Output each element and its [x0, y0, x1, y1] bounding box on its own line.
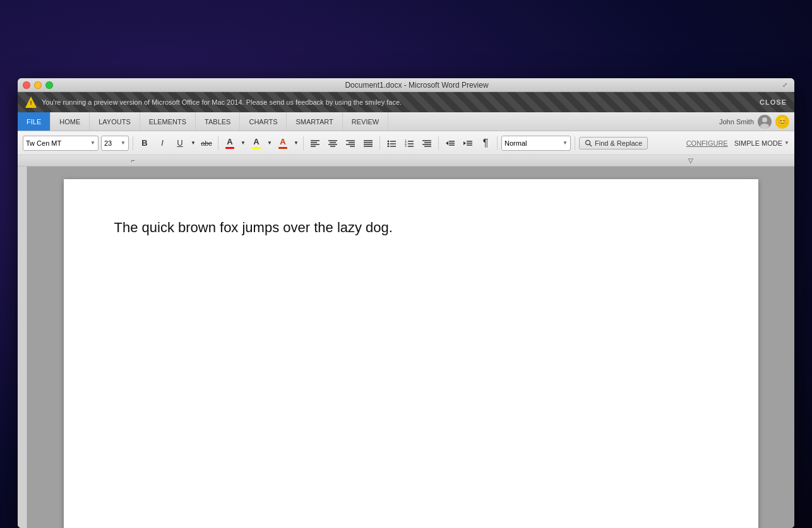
font-name-select[interactable]: Tw Cen MT ▼ [23, 136, 99, 151]
strikethrough-button[interactable]: abc [199, 136, 214, 151]
para-style-value: Normal [505, 139, 527, 147]
tab-smartart[interactable]: SMARTART [287, 112, 342, 131]
font-size-select[interactable]: 23 ▼ [101, 136, 129, 151]
simple-mode-button[interactable]: SIMPLE MODE ▼ [734, 139, 789, 147]
align-justify-button[interactable] [361, 136, 376, 151]
warning-icon [25, 97, 37, 108]
smiley-button[interactable]: 😊 [775, 115, 789, 129]
highlight-color-bar [252, 147, 261, 149]
tab-review[interactable]: REVIEW [343, 112, 388, 131]
minimize-button[interactable] [34, 81, 42, 89]
sep-6 [497, 136, 498, 150]
align-justify-icon [364, 139, 373, 147]
text-color-label: A [280, 137, 285, 146]
align-right-icon [346, 139, 355, 147]
font-size-value: 23 [104, 139, 112, 147]
window-title: Document1.docx - Microsoft Word Preview [53, 81, 780, 90]
align-right-button[interactable] [343, 136, 358, 151]
underline-button[interactable]: U [172, 136, 188, 151]
tab-file[interactable]: FILE [18, 112, 51, 131]
svg-marker-38 [463, 141, 466, 145]
tab-charts[interactable]: CHARTS [240, 112, 287, 131]
sep-2 [218, 136, 218, 150]
left-ruler [18, 167, 27, 528]
font-color-dropdown[interactable]: ▼ [240, 136, 246, 151]
font-color-label: A [227, 137, 232, 146]
close-button[interactable] [23, 81, 30, 89]
svg-text:3.: 3. [405, 144, 407, 147]
text-color-button[interactable]: A [275, 136, 290, 151]
italic-button[interactable]: I [155, 136, 170, 151]
svg-point-22 [388, 145, 390, 147]
svg-line-43 [590, 144, 592, 146]
menu-tabs: FILE HOME LAYOUTS ELEMENTS TABLES CHARTS… [18, 112, 714, 131]
user-name: John Smith [719, 118, 754, 126]
indent-decrease-button[interactable] [443, 136, 458, 151]
text-color-bar [278, 147, 287, 149]
maximize-button[interactable] [45, 81, 53, 89]
font-color-button[interactable]: A [222, 136, 237, 151]
tab-tables[interactable]: TABLES [196, 112, 240, 131]
bullet-list-icon [387, 139, 396, 147]
content-area: The quick brown fox jumps over the lazy … [18, 167, 794, 528]
underline-label: U [177, 138, 182, 148]
find-replace-label: Find & Replace [595, 139, 642, 147]
document-page[interactable]: The quick brown fox jumps over the lazy … [64, 179, 758, 528]
align-center-icon [328, 139, 337, 147]
find-replace-button[interactable]: Find & Replace [579, 137, 648, 150]
tab-elements[interactable]: ELEMENTS [140, 112, 196, 131]
svg-point-20 [388, 143, 390, 144]
ruler-indent-marker: ▽ [688, 157, 693, 164]
ruler-tab-marker: ⌐ [131, 157, 135, 164]
numbered-list-icon: 1. 2. 3. [405, 139, 414, 147]
user-avatar [758, 115, 772, 129]
svg-point-42 [586, 140, 590, 144]
ruler: ⌐ ▽ [18, 155, 794, 167]
para-style-arrow: ▼ [563, 140, 568, 146]
font-name-value: Tw Cen MT [26, 139, 61, 147]
highlight-dropdown[interactable]: ▼ [266, 136, 273, 151]
align-center-button[interactable] [325, 136, 340, 151]
highlight-button[interactable]: A [249, 136, 264, 151]
strikethrough-label: abc [201, 139, 212, 147]
bullet-list-button[interactable] [384, 136, 399, 151]
toolbar: Tw Cen MT ▼ 23 ▼ B I U ▼ abc A [18, 131, 794, 155]
close-warning-button[interactable]: CLOSE [760, 98, 787, 106]
align-left-button[interactable] [307, 136, 323, 151]
sep-7 [575, 136, 575, 150]
document-canvas[interactable]: The quick brown fox jumps over the lazy … [27, 167, 794, 528]
svg-point-18 [388, 140, 390, 142]
simple-mode-label: SIMPLE MODE [734, 139, 782, 147]
sep-4 [379, 136, 380, 150]
numbered-list-button[interactable]: 1. 2. 3. [402, 136, 417, 151]
multilevel-list-icon [422, 139, 431, 147]
text-color-dropdown[interactable]: ▼ [293, 136, 299, 151]
svg-point-0 [762, 117, 767, 122]
titlebar: Document1.docx - Microsoft Word Preview … [18, 78, 794, 92]
highlight-label: A [253, 137, 259, 146]
warning-text: You're running a preview version of Micr… [42, 98, 760, 106]
indent-increase-icon [463, 139, 472, 147]
bold-label: B [141, 138, 147, 148]
menubar: FILE HOME LAYOUTS ELEMENTS TABLES CHARTS… [18, 112, 794, 131]
underline-dropdown[interactable]: ▼ [190, 136, 196, 151]
paragraph-mark-icon: ¶ [483, 138, 489, 149]
font-size-arrow: ▼ [121, 140, 126, 146]
paragraph-style-select[interactable]: Normal ▼ [501, 136, 571, 151]
indent-increase-button[interactable] [460, 136, 475, 151]
bold-button[interactable]: B [137, 136, 152, 151]
tab-layouts[interactable]: LAYOUTS [90, 112, 140, 131]
svg-marker-34 [446, 141, 448, 145]
indent-decrease-icon [446, 139, 455, 147]
document-paragraph[interactable]: The quick brown fox jumps over the lazy … [114, 217, 708, 238]
tab-home[interactable]: HOME [51, 112, 90, 131]
paragraph-mark-button[interactable]: ¶ [478, 136, 493, 151]
multilevel-list-button[interactable] [419, 136, 434, 151]
font-color-bar [225, 147, 234, 149]
warning-bar: You're running a preview version of Micr… [18, 92, 794, 112]
simple-mode-arrow: ▼ [784, 140, 789, 146]
expand-icon[interactable]: ⤢ [780, 81, 789, 90]
find-replace-icon [585, 139, 592, 147]
document-content[interactable]: The quick brown fox jumps over the lazy … [114, 217, 708, 238]
configure-button[interactable]: CONFIGURE [686, 139, 728, 147]
